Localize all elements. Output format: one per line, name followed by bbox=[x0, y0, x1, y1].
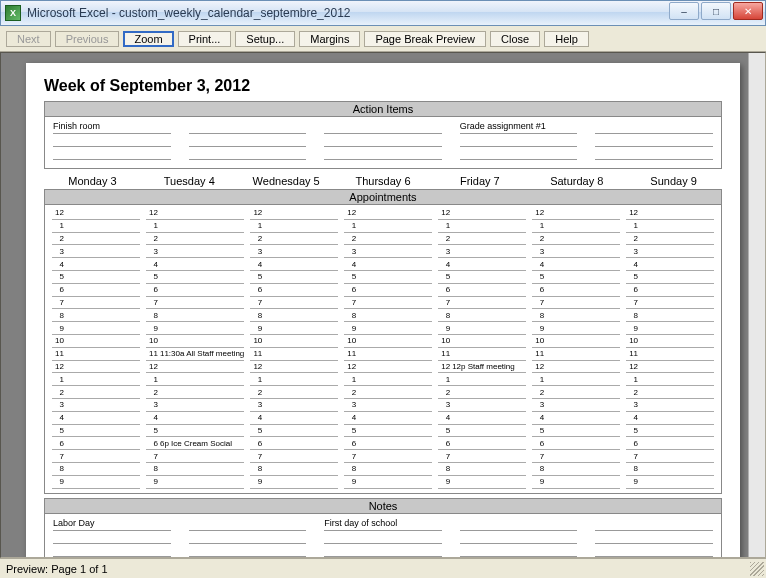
close-preview-button[interactable]: Close bbox=[490, 31, 540, 47]
action-cell bbox=[53, 147, 171, 160]
close-window-button[interactable]: ✕ bbox=[733, 2, 763, 20]
appointment-slot: 8 bbox=[438, 309, 526, 322]
page-break-preview-button[interactable]: Page Break Preview bbox=[364, 31, 486, 47]
status-text: Preview: Page 1 of 1 bbox=[6, 563, 108, 575]
next-button: Next bbox=[6, 31, 51, 47]
appointment-slot: 4 bbox=[250, 412, 338, 425]
notes-header: Notes bbox=[45, 499, 721, 514]
appointment-slot: 2 bbox=[52, 233, 140, 246]
appointment-slot: 9 bbox=[250, 322, 338, 335]
hour-label: 3 bbox=[626, 400, 638, 409]
hour-label: 3 bbox=[532, 247, 544, 256]
hour-label: 9 bbox=[146, 324, 158, 333]
hour-label: 5 bbox=[626, 272, 638, 281]
hour-label: 4 bbox=[52, 413, 64, 422]
hour-label: 1 bbox=[532, 221, 544, 230]
appointment-slot: 8 bbox=[52, 463, 140, 476]
appointments-box: Appointments 121234567891011121234567891… bbox=[44, 189, 722, 494]
hour-label: 4 bbox=[344, 413, 356, 422]
appointment-slot: 9 bbox=[52, 476, 140, 489]
action-items-box: Action Items Finish roomGrade assignment… bbox=[44, 101, 722, 169]
notes-cell bbox=[189, 518, 307, 531]
hour-label: 3 bbox=[344, 400, 356, 409]
hour-label: 3 bbox=[146, 400, 158, 409]
appointment-slot: 12 bbox=[146, 207, 244, 220]
notes-cell bbox=[460, 518, 578, 531]
appointment-slot: 7 bbox=[438, 297, 526, 310]
notes-cell bbox=[595, 518, 713, 531]
notes-cell bbox=[189, 544, 307, 557]
appointment-slot: 12 bbox=[250, 361, 338, 374]
zoom-button[interactable]: Zoom bbox=[123, 31, 173, 47]
margins-button[interactable]: Margins bbox=[299, 31, 360, 47]
hour-label: 9 bbox=[532, 324, 544, 333]
hour-label: 11 bbox=[146, 349, 158, 358]
hour-label: 10 bbox=[532, 336, 544, 345]
appointment-slot: 1 bbox=[146, 220, 244, 233]
hour-label: 2 bbox=[146, 388, 158, 397]
hour-label: 7 bbox=[438, 298, 450, 307]
appointment-slot: 4 bbox=[626, 412, 714, 425]
preview-area[interactable]: Week of September 3, 2012 Action Items F… bbox=[0, 52, 766, 558]
minimize-button[interactable]: – bbox=[669, 2, 699, 20]
appointment-slot: 10 bbox=[626, 335, 714, 348]
hour-label: 7 bbox=[146, 298, 158, 307]
day-header: Sunday 9 bbox=[625, 173, 722, 189]
hour-label: 8 bbox=[146, 464, 158, 473]
hour-label: 3 bbox=[52, 247, 64, 256]
hour-label: 12 bbox=[344, 208, 356, 217]
hour-label: 6 bbox=[438, 285, 450, 294]
appointment-column: 12123456789101112123456789 bbox=[341, 207, 435, 489]
notes-cell: Labor Day bbox=[53, 518, 171, 531]
appointment-slot: 5 bbox=[250, 425, 338, 438]
appointment-slot: 2 bbox=[250, 386, 338, 399]
appointment-slot: 1 bbox=[52, 373, 140, 386]
hour-label: 1 bbox=[626, 375, 638, 384]
hour-label: 1 bbox=[52, 221, 64, 230]
hour-label: 9 bbox=[344, 324, 356, 333]
hour-label: 2 bbox=[438, 234, 450, 243]
vertical-scrollbar[interactable] bbox=[748, 53, 765, 557]
appointment-slot: 8 bbox=[146, 463, 244, 476]
hour-label: 10 bbox=[438, 336, 450, 345]
appointment-slot: 6 bbox=[626, 437, 714, 450]
hour-label: 9 bbox=[532, 477, 544, 486]
day-header: Friday 7 bbox=[431, 173, 528, 189]
setup-button[interactable]: Setup... bbox=[235, 31, 295, 47]
hour-label: 1 bbox=[52, 375, 64, 384]
hour-label: 12 bbox=[250, 208, 262, 217]
appointment-slot: 4 bbox=[438, 412, 526, 425]
appointment-slot: 12 bbox=[626, 207, 714, 220]
appointment-slot: 2 bbox=[438, 386, 526, 399]
appointment-slot: 5 bbox=[626, 271, 714, 284]
appointment-slot: 11 bbox=[52, 348, 140, 361]
maximize-button[interactable]: □ bbox=[701, 2, 731, 20]
excel-app-icon: X bbox=[5, 5, 21, 21]
appointment-slot: 5 bbox=[344, 271, 432, 284]
appointment-slot: 8 bbox=[438, 463, 526, 476]
hour-label: 8 bbox=[532, 464, 544, 473]
appointment-slot: 11 bbox=[250, 348, 338, 361]
appointment-slot: 5 bbox=[532, 425, 620, 438]
appointment-slot: 2 bbox=[532, 386, 620, 399]
help-button[interactable]: Help bbox=[544, 31, 589, 47]
action-cell: Grade assignment #1 bbox=[460, 121, 578, 134]
day-header: Tuesday 4 bbox=[141, 173, 238, 189]
hour-label: 11 bbox=[344, 349, 356, 358]
hour-label: 6 bbox=[146, 285, 158, 294]
hour-label: 2 bbox=[146, 234, 158, 243]
appointment-slot: 1 bbox=[344, 373, 432, 386]
appointment-slot: 7 bbox=[532, 450, 620, 463]
notes-box: Notes Labor DayFirst day of school bbox=[44, 498, 722, 558]
appointment-slot: 3 bbox=[344, 245, 432, 258]
resize-grip[interactable] bbox=[750, 562, 764, 576]
hour-label: 3 bbox=[344, 247, 356, 256]
hour-label: 6 bbox=[344, 439, 356, 448]
hour-label: 7 bbox=[626, 298, 638, 307]
appointment-slot: 1212p Staff meeting bbox=[438, 361, 526, 374]
appointment-slot: 10 bbox=[438, 335, 526, 348]
appointment-slot: 3 bbox=[626, 399, 714, 412]
hour-label: 11 bbox=[532, 349, 544, 358]
appointment-slot: 5 bbox=[626, 425, 714, 438]
print-button[interactable]: Print... bbox=[178, 31, 232, 47]
